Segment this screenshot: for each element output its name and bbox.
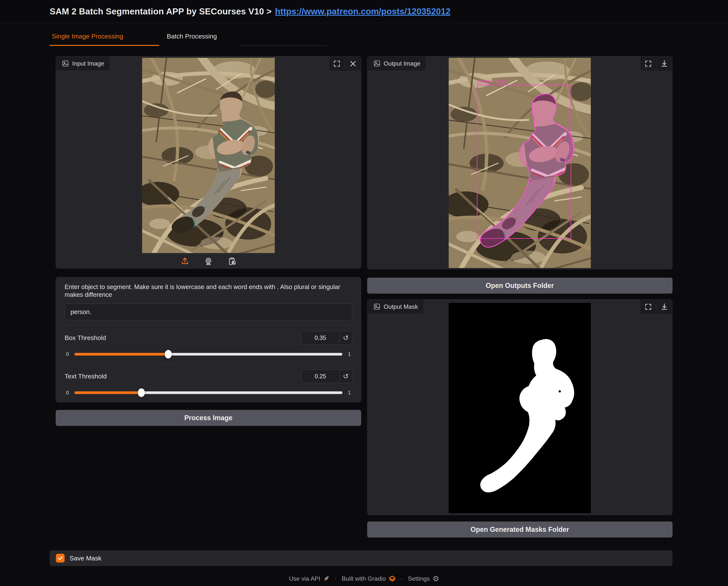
image-icon [61,60,69,67]
image-icon [373,303,381,310]
open-outputs-folder-button[interactable]: Open Outputs Folder [367,278,673,294]
app-page: SAM 2 Batch Segmentation APP by SECourse… [0,0,728,586]
segmentation-form: Enter object to segment. Make sure it is… [56,277,361,402]
check-icon [57,555,63,561]
mask-image [449,303,591,513]
text-threshold-min: 0 [64,390,70,396]
close-icon [349,60,357,68]
right-column: Output Image [367,56,673,537]
text-threshold-fill [75,391,141,394]
box-threshold-value[interactable]: 0.35 [302,331,339,345]
detection-label: person: 0.90 [477,79,505,84]
fullscreen-icon [333,60,341,68]
box-threshold-label: Box Threshold [64,334,106,341]
download-icon [660,303,668,311]
tab-bar: Single Image Processing Batch Processing [50,30,728,46]
output-mask-badge: Output Mask [367,300,424,314]
main-content: Input Image [0,46,728,583]
save-mask-checkbox[interactable] [56,554,64,562]
text-threshold-max: 1 [346,390,352,396]
tab-batch-processing[interactable]: Batch Processing [159,33,240,46]
gradio-logo-icon [388,575,396,582]
fullscreen-icon [644,60,652,68]
fullscreen-button[interactable] [329,56,345,71]
text-threshold-handle[interactable] [138,388,145,397]
text-threshold-numgroup: 0.25 ↺ [301,370,352,383]
app-header: SAM 2 Batch Segmentation APP by SECourse… [0,0,728,23]
use-via-api-link[interactable]: Use via API [289,575,330,582]
app-footer: Use via API · Built with Gradio · [50,574,679,583]
fullscreen-button[interactable] [640,300,656,314]
patreon-link[interactable]: https://www.patreon.com/posts/120352012 [275,6,450,17]
prompt-input[interactable] [64,304,352,320]
text-threshold-slider[interactable] [75,391,342,394]
box-threshold-numgroup: 0.35 ↺ [301,331,352,345]
gear-icon: ⚙ [433,574,439,583]
footer-separator: · [401,575,403,582]
output-mask-panel: Output Mask [367,299,673,515]
clear-image-button[interactable] [345,56,361,71]
process-image-button[interactable]: Process Image [56,410,361,426]
fullscreen-icon [644,303,652,311]
fullscreen-button[interactable] [640,56,656,71]
left-column: Input Image [56,56,361,537]
box-threshold-fill [75,353,168,356]
paste-image-button[interactable] [226,256,238,267]
input-photo [142,58,275,253]
webcam-button[interactable] [203,256,214,267]
output-mask-label: Output Mask [384,303,418,310]
download-button[interactable] [656,56,672,71]
webcam-icon [204,257,213,266]
input-image-badge: Input Image [56,56,110,71]
text-threshold-reset-button[interactable]: ↺ [340,370,352,383]
output-image-area[interactable]: person: 0.90 [367,56,673,269]
box-threshold-handle[interactable] [165,350,172,359]
input-image-actions [329,56,361,71]
rocket-icon [323,575,330,582]
settings-link[interactable]: Settings ⚙ [408,574,439,583]
output-image-panel: Output Image [367,56,673,269]
image-source-toolbar [56,254,361,269]
output-mask-area[interactable] [367,300,673,515]
upload-icon [180,257,189,266]
prompt-instruction: Enter object to segment. Make sure it is… [64,283,352,299]
text-threshold-section: Text Threshold 0.25 ↺ 0 [56,364,361,402]
box-threshold-reset-button[interactable]: ↺ [340,331,352,345]
tab-underline [240,45,327,46]
input-image-panel: Input Image [56,56,361,269]
save-mask-row: Save Mask [50,551,673,566]
input-image-label: Input Image [72,60,104,67]
box-threshold-section: Box Threshold 0.35 ↺ 0 [56,325,361,364]
text-threshold-label: Text Threshold [64,373,107,380]
open-generated-masks-folder-button[interactable]: Open Generated Masks Folder [367,521,673,537]
box-threshold-max: 1 [346,351,352,357]
page-title: SAM 2 Batch Segmentation APP by SECourse… [50,6,271,17]
text-threshold-value[interactable]: 0.25 [302,370,339,383]
input-image-area[interactable] [56,56,361,254]
box-threshold-slider[interactable] [75,353,342,356]
download-button[interactable] [656,300,672,314]
download-icon [660,60,668,68]
box-threshold-min: 0 [64,351,70,357]
prompt-section: Enter object to segment. Make sure it is… [56,277,361,325]
output-photo: person: 0.90 [449,58,591,268]
output-image-badge: Output Image [367,56,426,71]
built-with-gradio-link[interactable]: Built with Gradio [342,575,396,582]
save-mask-label: Save Mask [70,555,101,562]
tab-single-image-processing[interactable]: Single Image Processing [50,33,159,46]
output-image-label: Output Image [384,60,420,67]
clipboard-image-icon [227,257,236,266]
image-icon [373,60,381,67]
output-mask-actions [640,300,672,314]
upload-button[interactable] [179,256,191,267]
footer-separator: · [335,575,337,582]
output-image-actions [640,56,672,71]
